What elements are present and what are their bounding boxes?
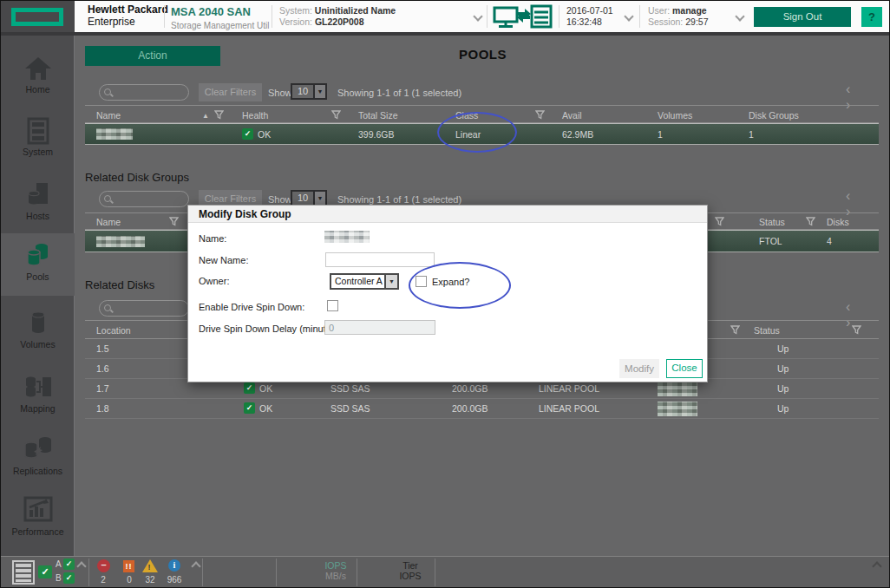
col-header-avail[interactable]: Avail — [562, 110, 582, 121]
tier-iops-widget[interactable]: Tier IOPS — [384, 560, 436, 581]
datetime-block: 2016-07-01 16:32:48 — [566, 5, 613, 28]
spin-down-delay-field — [324, 320, 435, 335]
dialog-title-bar: Modify Disk Group — [188, 206, 707, 223]
expand-checkbox[interactable] — [416, 276, 427, 287]
pool-total-size: 399.6GB — [358, 129, 394, 140]
critical-count: 2 — [95, 575, 112, 585]
controller-a-label: A — [56, 559, 62, 569]
disk-size: 200.0GB — [452, 403, 488, 414]
disk-status: Up — [777, 343, 789, 354]
col-header-volumes[interactable]: Volumes — [658, 110, 692, 121]
dropdown-arrow-icon: ▼ — [313, 85, 325, 98]
chevron-down-icon[interactable] — [624, 11, 633, 21]
show-label: Show — [268, 88, 292, 98]
critical-events-icon[interactable]: – — [97, 559, 110, 572]
filter-icon[interactable] — [806, 217, 815, 226]
sidebar-item-mapping[interactable]: Mapping — [1, 369, 75, 424]
search-icon — [104, 88, 111, 95]
sidebar-item-label: Hosts — [1, 211, 75, 221]
pools-pagination[interactable]: ‹ › — [846, 82, 889, 113]
sort-asc-icon[interactable]: ▲ — [202, 112, 209, 120]
health-ok-icon: ✓ — [244, 402, 255, 414]
footer-status-bar: ✓ A ✓ B ✓ – 2 !! 0 ! 32 i 966 IOPS MB/s … — [1, 556, 890, 587]
col-header-name[interactable]: Name — [96, 217, 121, 227]
pools-table-row[interactable] — [85, 123, 879, 145]
disk-health: OK — [259, 383, 272, 394]
chevron-down-icon[interactable] — [473, 11, 482, 21]
filter-icon[interactable] — [730, 325, 740, 335]
disk-location: 1.8 — [96, 403, 109, 414]
col-header-disk-groups[interactable]: Disk Groups — [749, 110, 799, 121]
disk-usage: LINEAR POOL — [539, 383, 599, 394]
chevron-up-icon[interactable] — [76, 561, 86, 571]
col-header-status[interactable]: Status — [759, 217, 785, 227]
enclosure-icon[interactable] — [12, 560, 35, 585]
warning-glyph: ! — [148, 563, 151, 572]
col-header-name[interactable]: Name — [96, 110, 121, 121]
filter-icon[interactable] — [715, 217, 724, 226]
disk-location: 1.7 — [96, 383, 109, 394]
mapping-icon — [23, 372, 54, 402]
show-select-value: 10 — [292, 85, 313, 98]
help-button[interactable]: ? — [861, 7, 882, 27]
info-events-icon[interactable]: i — [168, 559, 180, 572]
footer-divider — [276, 559, 277, 586]
owner-select[interactable]: Controller A ▼ — [330, 273, 399, 290]
error-count: 0 — [121, 575, 138, 585]
hpe-logo-icon — [11, 8, 63, 26]
error-events-icon[interactable]: !! — [123, 560, 134, 572]
sidebar-item-volumes[interactable]: Volumes — [1, 306, 75, 360]
filter-icon[interactable] — [535, 110, 545, 120]
filter-icon[interactable] — [214, 110, 224, 120]
new-name-field[interactable] — [325, 252, 435, 267]
col-header-disks[interactable]: Disks — [827, 217, 849, 227]
filter-icon[interactable] — [169, 217, 179, 226]
col-header-status[interactable]: Status — [754, 325, 780, 336]
sidebar-item-system[interactable]: System — [1, 114, 75, 171]
volumes-icon — [23, 310, 53, 337]
rdg-pagination[interactable]: ‹ › — [846, 188, 889, 219]
spin-down-label: Enable Drive Spin Down: — [199, 302, 304, 312]
col-header-location[interactable]: Location — [96, 325, 131, 336]
header-divider — [487, 5, 488, 28]
sidebar-item-hosts[interactable]: Hosts — [1, 178, 75, 233]
modify-button[interactable]: Modify — [619, 359, 659, 378]
user-session-block: User: manage Session: 29:57 — [648, 5, 708, 28]
sidebar-item-pools[interactable]: Pools — [1, 233, 75, 296]
header-bar: Hewlett Packard Enterprise MSA 2040 SAN … — [1, 1, 890, 32]
disk-row[interactable]: 1.8 ✓ OK SSD SAS 200.0GB LINEAR POOL Up — [85, 399, 879, 419]
spin-down-checkbox[interactable] — [327, 300, 338, 311]
sidebar-item-label: Volumes — [1, 339, 75, 350]
sidebar-item-replications[interactable]: Replications — [1, 428, 75, 487]
pools-search-input[interactable] — [115, 86, 185, 99]
header-divider — [272, 5, 272, 28]
rdg-search-input[interactable] — [115, 193, 185, 206]
filter-icon[interactable] — [852, 325, 861, 335]
close-button[interactable]: Close — [666, 359, 703, 378]
rd-search-input[interactable] — [115, 302, 185, 315]
col-header-class[interactable]: Class — [455, 110, 478, 121]
chevron-up-icon[interactable] — [872, 561, 881, 571]
related-disk-groups-heading: Related Disk Groups — [85, 171, 189, 184]
sidebar-item-label: System — [1, 147, 75, 157]
sidebar-item-performance[interactable]: Performance — [1, 490, 75, 549]
col-header-health[interactable]: Health — [242, 110, 268, 121]
header-divider — [639, 5, 640, 28]
new-name-label: New Name: — [199, 255, 248, 265]
sign-out-button[interactable]: Sign Out — [754, 7, 851, 27]
search-icon — [104, 195, 111, 202]
footer-divider — [357, 559, 357, 586]
pools-show-select[interactable]: 10 ▼ — [291, 83, 327, 100]
footer-divider — [202, 559, 203, 586]
iops-mbs-widget[interactable]: IOPS MB/s — [310, 560, 362, 581]
sidebar-item-home[interactable]: Home — [1, 51, 75, 108]
chevron-up-icon[interactable] — [191, 561, 200, 571]
chevron-down-icon[interactable] — [735, 11, 744, 21]
version-label: Version: — [279, 16, 312, 27]
warning-events-icon[interactable]: ! — [142, 559, 158, 572]
disk-health: OK — [259, 403, 272, 414]
pools-clear-filters-button[interactable]: Clear Filters — [199, 83, 262, 101]
system-connection-icon[interactable] — [492, 4, 554, 32]
col-header-total-size[interactable]: Total Size — [358, 110, 398, 121]
filter-icon[interactable] — [331, 110, 341, 120]
